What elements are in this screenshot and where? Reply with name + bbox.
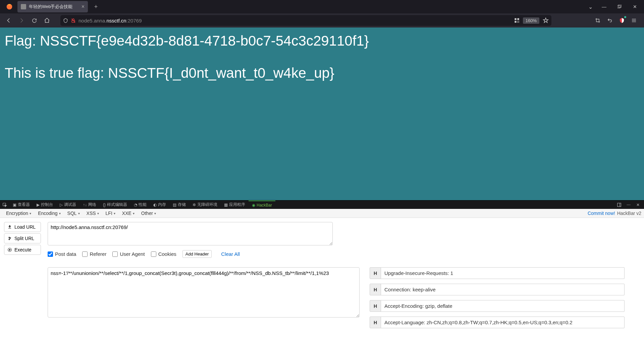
checkbox-ua[interactable] (112, 251, 118, 257)
insecure-lock-icon[interactable] (71, 18, 76, 23)
split-url-button[interactable]: Split URL (4, 233, 41, 243)
titlebar: 年轻的Web手必会技能 × + ⌄ — ✕ (0, 0, 644, 13)
hackbar-options: Post data Referer User Agent Cookies Add… (48, 250, 640, 258)
header-badge: H (370, 284, 381, 295)
hackbar-url-input[interactable] (48, 222, 333, 245)
header-row: H Accept-Language: zh-CN,zh;q=0.8,zh-TW;… (370, 317, 625, 328)
devtools-tab-debugger[interactable]: ▷调试器 (56, 201, 79, 209)
maximize-button[interactable] (612, 0, 627, 13)
extension-icon[interactable] (616, 15, 627, 26)
hackbar-menu-xss[interactable]: XSS▾ (83, 211, 102, 216)
devtools-tab-performance[interactable]: ◔性能 (130, 201, 150, 209)
flag-line-1: Flag: NSSCTF{e9e4d32b-8d81-4718-b0c7-54c… (5, 33, 639, 49)
toolbar-right (592, 15, 641, 26)
header-value[interactable]: Accept-Language: zh-CN,zh;q=0.8,zh-TW;q=… (381, 317, 625, 328)
hackbar-post-input[interactable] (48, 267, 360, 318)
header-badge: H (370, 300, 381, 312)
devtools-tab-application[interactable]: ▦应用程序 (221, 201, 249, 209)
undo-icon[interactable] (604, 15, 615, 26)
menu-icon[interactable] (629, 15, 639, 26)
navbar: node5.anna.nssctf.cn:20769 160% (0, 13, 644, 27)
checkbox-referer[interactable] (82, 251, 88, 257)
header-value[interactable]: Accept-Encoding: gzip, deflate (381, 300, 625, 312)
url-text: node5.anna.nssctf.cn:20769 (78, 18, 142, 23)
hackbar-actions: Load URL Split URL Execute (4, 222, 41, 338)
header-badge: H (370, 267, 381, 279)
hackbar-body: Load URL Split URL Execute Post data Ref… (0, 218, 644, 342)
header-row: H Accept-Encoding: gzip, deflate (370, 300, 625, 312)
header-value[interactable]: Connection: keep-alive (381, 284, 625, 295)
bookmark-icon[interactable] (543, 17, 549, 23)
hackbar-menu-other[interactable]: Other▾ (138, 211, 159, 216)
devtools-tab-hackbar[interactable]: ◉HackBar (249, 201, 275, 209)
devtools-tab-memory[interactable]: ◐内存 (150, 201, 169, 209)
crop-icon[interactable] (592, 15, 603, 26)
svg-rect-11 (518, 22, 519, 23)
checkbox-post[interactable] (48, 251, 53, 257)
devtools-tab-network[interactable]: ↑↓网络 (79, 201, 100, 209)
browser-tab[interactable]: 年轻的Web手必会技能 × (17, 1, 88, 12)
devtools-tab-storage[interactable]: ▤存储 (169, 201, 189, 209)
hackbar-menu-encoding[interactable]: Encoding▾ (35, 211, 64, 216)
reload-button[interactable] (28, 14, 40, 26)
svg-rect-5 (515, 18, 516, 20)
new-tab-button[interactable]: + (91, 1, 101, 12)
tabs-dropdown-icon[interactable]: ⌄ (584, 0, 596, 13)
firefox-logo (4, 1, 15, 12)
devtools-tab-console[interactable]: ▶控制台 (33, 201, 56, 209)
hackbar-menu-lfi[interactable]: LFI▾ (102, 211, 119, 216)
tab-favicon (21, 4, 26, 9)
check-user-agent[interactable]: User Agent (112, 251, 145, 257)
close-icon[interactable]: × (82, 4, 85, 10)
hackbar-version: HackBar v2 (617, 211, 641, 216)
header-badge: H (370, 317, 381, 328)
header-row: H Upgrade-Insecure-Requests: 1 (370, 267, 625, 279)
svg-rect-2 (619, 5, 621, 7)
hackbar-menu-encryption[interactable]: Encryption▾ (3, 211, 35, 216)
devtools-tabbar: ▣查看器 ▶控制台 ▷调试器 ↑↓网络 {}样式编辑器 ◔性能 ◐内存 ▤存储 … (0, 200, 644, 209)
header-row: H Connection: keep-alive (370, 284, 625, 295)
minimize-button[interactable]: — (596, 0, 612, 13)
check-post-data[interactable]: Post data (48, 251, 76, 257)
svg-rect-8 (517, 21, 518, 21)
tab-title: 年轻的Web手必会技能 (29, 4, 73, 10)
checkbox-cookies[interactable] (151, 251, 156, 257)
execute-button[interactable]: Execute (4, 245, 41, 255)
devtools-more-icon[interactable]: ⋯ (624, 201, 633, 209)
back-button[interactable] (3, 14, 15, 26)
hackbar-commit-link[interactable]: Commit now! (588, 211, 615, 216)
svg-rect-1 (618, 5, 620, 8)
load-url-button[interactable]: Load URL (4, 222, 41, 232)
page-content: Flag: NSSCTF{e9e4d32b-8d81-4718-b0c7-54c… (0, 27, 644, 200)
urlbar[interactable]: node5.anna.nssctf.cn:20769 160% (60, 15, 551, 26)
forward-button[interactable] (15, 14, 28, 26)
window-controls: ⌄ — ✕ (584, 0, 643, 13)
svg-rect-10 (517, 22, 518, 23)
zoom-badge[interactable]: 160% (523, 17, 539, 24)
check-cookies[interactable]: Cookies (151, 251, 176, 257)
hackbar-main: Post data Referer User Agent Cookies Add… (48, 222, 640, 338)
svg-rect-16 (618, 203, 621, 207)
hackbar-headers-list: H Upgrade-Insecure-Requests: 1 H Connect… (370, 267, 625, 328)
inspect-element-icon[interactable] (0, 201, 9, 209)
clear-all-link[interactable]: Clear All (221, 251, 240, 257)
svg-rect-6 (517, 18, 519, 20)
shield-icon[interactable] (63, 18, 68, 23)
qr-icon[interactable] (514, 18, 520, 23)
devtools-tab-accessibility[interactable]: ✲无障碍环境 (189, 201, 221, 209)
flag-line-2: This is true flag: NSSCTF{I_d0nt_want_t0… (5, 65, 639, 81)
hackbar-toolbar: Encryption▾ Encoding▾ SQL▾ XSS▾ LFI▾ XXE… (0, 209, 644, 218)
home-button[interactable] (41, 14, 53, 26)
devtools-tab-inspector[interactable]: ▣查看器 (9, 201, 33, 209)
devtools-dock-icon[interactable] (614, 201, 624, 209)
hackbar-menu-xxe[interactable]: XXE▾ (119, 211, 138, 216)
devtools-close-icon[interactable]: ✕ (633, 201, 643, 209)
devtools-tab-style[interactable]: {}样式编辑器 (100, 201, 130, 209)
svg-rect-7 (515, 21, 516, 22)
add-header-button[interactable]: Add Header (182, 250, 212, 258)
svg-rect-9 (518, 21, 519, 21)
check-referer[interactable]: Referer (82, 251, 106, 257)
hackbar-menu-sql[interactable]: SQL▾ (64, 211, 83, 216)
header-value[interactable]: Upgrade-Insecure-Requests: 1 (381, 267, 625, 279)
close-window-button[interactable]: ✕ (627, 0, 643, 13)
